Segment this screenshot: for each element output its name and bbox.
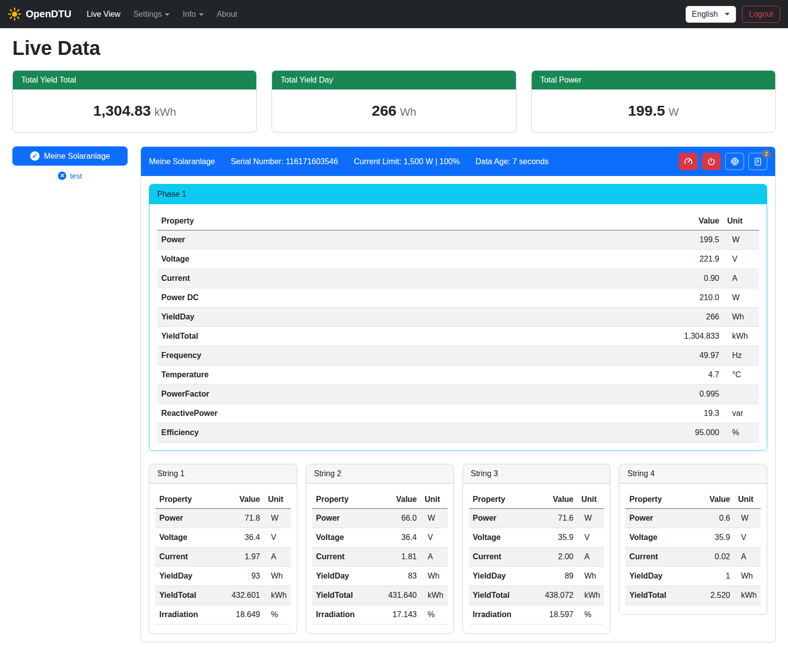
row-property: YieldDay [155, 567, 216, 586]
row-value: 71.6 [530, 509, 578, 528]
row-value: 36.4 [216, 528, 264, 547]
summary-card-total-power: Total Power 199.5W [531, 70, 776, 133]
row-property: Current [312, 547, 373, 567]
table-row: YieldDay1Wh [625, 567, 761, 586]
language-select[interactable]: English [686, 6, 736, 23]
table-row: Current0.90A [157, 269, 759, 288]
row-value: 1 [692, 567, 734, 586]
summary-card-body: 1,304.83kWh [13, 90, 256, 132]
column-header-value: Value [216, 491, 264, 509]
string-card-title: String 1 [149, 464, 297, 484]
nav-item-settings[interactable]: Settings [127, 6, 176, 23]
row-unit: A [577, 547, 604, 567]
nav-item-live-view[interactable]: Live View [80, 6, 127, 23]
row-unit: W [723, 230, 759, 250]
table-row: YieldTotal1,304.833kWh [157, 327, 759, 346]
summary-card-body: 199.5W [532, 90, 775, 132]
summary-card-title: Total Yield Day [272, 71, 515, 90]
string-card-4: String 4 Property Value Unit [619, 464, 767, 615]
phase-card: Phase 1 Property Value Unit Power199.5WV… [149, 184, 767, 451]
row-property: YieldTotal [155, 586, 216, 605]
row-unit: V [421, 528, 448, 547]
row-value: 49.97 [496, 346, 723, 365]
table-row: Frequency49.97Hz [157, 346, 759, 365]
row-unit: W [734, 509, 761, 528]
event-log-button[interactable]: 2 [748, 153, 767, 170]
navbar: OpenDTU Live View Settings Info About En… [0, 0, 788, 28]
row-property: Power [312, 509, 373, 528]
power-toggle-button[interactable] [702, 153, 721, 170]
row-unit: V [723, 250, 759, 269]
row-value: 0.02 [692, 547, 734, 567]
row-property: Power DC [157, 288, 496, 308]
row-unit: kWh [264, 586, 291, 605]
row-property: Current [155, 547, 216, 567]
event-count-badge: 2 [762, 149, 771, 158]
table-row: Power66.0W [312, 509, 448, 528]
row-value: 1.97 [216, 547, 264, 567]
row-value: 71.8 [216, 509, 264, 528]
inverter-current-limit: Current Limit: 1,500 W | 100% [354, 157, 460, 166]
table-row: YieldDay93Wh [155, 567, 291, 586]
sidebar-item-test[interactable]: ✕ test [12, 172, 128, 180]
row-unit: Wh [723, 308, 759, 327]
device-info-button[interactable] [725, 153, 744, 170]
row-property: Frequency [157, 346, 496, 365]
summary-card-body: 266Wh [272, 90, 515, 132]
sidebar-item-label: test [70, 172, 82, 180]
row-value: 36.4 [373, 528, 421, 547]
table-row: Voltage36.4V [155, 528, 291, 547]
table-row: Current2.00A [469, 547, 604, 567]
row-value: 432.601 [216, 586, 264, 605]
row-unit: % [723, 423, 759, 443]
sidebar-item-meine-solaranlage[interactable]: ✓ Meine Solaranlage [12, 146, 128, 166]
summary-value: 266 [371, 102, 396, 119]
row-property: Irradiation [155, 605, 216, 625]
row-property: Current [469, 547, 530, 567]
row-value: 83 [373, 567, 421, 586]
column-header-property: Property [157, 212, 496, 230]
table-row: Current0.02A [625, 547, 761, 567]
string-table: Property Value Unit Power0.6WVoltage35.9… [625, 491, 761, 605]
row-value: 95.000 [496, 423, 723, 443]
string-table: Property Value Unit Power71.8WVoltage36.… [155, 491, 291, 625]
table-row: Efficiency95.000% [157, 423, 759, 443]
nav-item-about[interactable]: About [210, 6, 244, 23]
string-card-body: Property Value Unit Power71.8WVoltage36.… [149, 484, 297, 633]
row-unit: W [577, 509, 604, 528]
row-value: 18.649 [216, 605, 264, 625]
string-card-body: Property Value Unit Power71.6WVoltage35.… [463, 484, 610, 633]
row-property: Power [469, 509, 530, 528]
table-header-row: Property Value Unit [155, 491, 291, 509]
string-card-title: String 3 [463, 464, 610, 484]
row-unit: W [421, 509, 448, 528]
column-header-unit: Unit [577, 491, 604, 509]
row-property: YieldDay [157, 308, 496, 327]
summary-value: 199.5 [628, 102, 665, 119]
table-row: Voltage36.4V [312, 528, 448, 547]
row-value: 93 [216, 567, 264, 586]
brand[interactable]: OpenDTU [8, 7, 71, 21]
table-row: YieldDay89Wh [469, 567, 604, 586]
row-value: 0.995 [496, 385, 723, 404]
table-row: Irradiation17.143% [312, 605, 448, 625]
logout-button[interactable]: Logout [742, 6, 780, 23]
column-header-property: Property [312, 491, 373, 509]
row-unit: Wh [421, 567, 448, 586]
row-value: 17.143 [373, 605, 421, 625]
column-header-unit: Unit [723, 212, 759, 230]
row-property: PowerFactor [157, 385, 496, 404]
row-value: 2.00 [530, 547, 578, 567]
limit-settings-button[interactable] [679, 153, 697, 170]
string-card-2: String 2 Property Value Unit [306, 464, 454, 634]
table-header-row: Property Value Unit [312, 491, 448, 509]
table-row: Voltage221.9V [157, 250, 759, 269]
row-value: 1,304.833 [496, 327, 723, 346]
row-property: YieldTotal [625, 586, 692, 605]
table-row: Power71.8W [155, 509, 291, 528]
phase-card-title: Phase 1 [149, 184, 767, 204]
table-row: Power199.5W [157, 230, 759, 250]
check-circle-icon: ✓ [30, 151, 40, 161]
nav-item-info[interactable]: Info [176, 6, 210, 23]
table-row: Temperature4.7°C [157, 365, 759, 385]
